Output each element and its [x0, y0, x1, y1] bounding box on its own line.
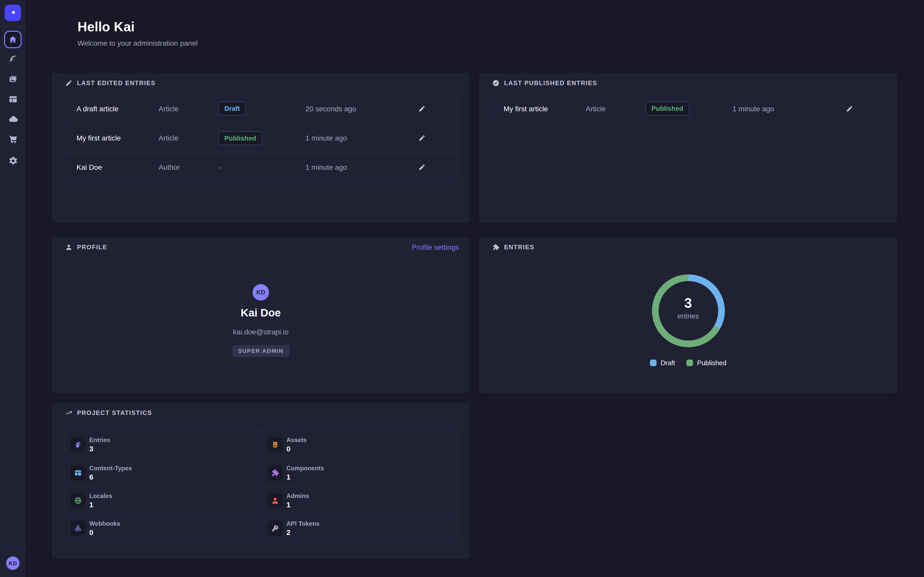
stat-value: 1: [286, 500, 309, 509]
sidebar-divider-bottom: [0, 550, 26, 550]
stat-value: 2: [286, 527, 320, 537]
sidebar-item-deploy[interactable]: [0, 110, 26, 128]
profile-header: PROFILE Profile settings: [65, 243, 459, 252]
donut-center-label: 3 entries: [647, 295, 729, 321]
entries-total-label: entries: [647, 311, 729, 321]
strapi-admin-dashboard: KD Hello Kai Welcome to your administrat…: [0, 0, 924, 577]
pencil-icon: [418, 105, 426, 112]
last-edited-entries-card: LAST EDITED ENTRIES A draft article Arti…: [52, 73, 470, 223]
stat-value: 6: [89, 472, 132, 481]
legend-chip-published: [687, 359, 693, 366]
page-subtitle: Welcome to your administration panel: [78, 38, 198, 48]
profile-email: kai.doe@strapi.io: [52, 328, 470, 336]
person-icon: [271, 496, 279, 504]
legend-label: Draft: [661, 359, 675, 367]
edit-entry-button[interactable]: [415, 131, 429, 145]
table-row[interactable]: My first article Article Published 1 min…: [64, 123, 457, 152]
stat-label: Admins: [286, 492, 309, 500]
globe-icon: [74, 496, 82, 504]
entry-kind: Article: [158, 105, 218, 113]
card-title: LAST PUBLISHED ENTRIES: [504, 79, 597, 87]
entry-kind: Article: [158, 134, 218, 142]
stat-value: 3: [89, 444, 110, 453]
entry-time: 1 minute ago: [733, 105, 827, 113]
stat-assets: Assets 0: [261, 431, 457, 459]
cart-icon: [8, 134, 18, 144]
last-published-table: My first article Article Published 1 min…: [491, 93, 885, 124]
sidebar-item-media-library[interactable]: [0, 70, 26, 88]
stat-value: 1: [286, 472, 324, 481]
entry-time: 1 minute ago: [305, 134, 399, 142]
images-icon: [8, 74, 18, 84]
last-published-entries-header: LAST PUBLISHED ENTRIES: [492, 79, 887, 88]
last-edited-entries-header: LAST EDITED ENTRIES: [65, 79, 459, 88]
table-row[interactable]: A draft article Article Draft 20 seconds…: [64, 94, 457, 123]
entry-kind: Article: [586, 105, 645, 113]
legend-chip-draft: [650, 359, 657, 366]
profile-name: Kai Doe: [52, 307, 470, 319]
last-published-entries-card: LAST PUBLISHED ENTRIES My first article …: [479, 73, 897, 223]
entry-name: My first article: [76, 134, 158, 142]
stat-label: Entries: [89, 436, 110, 444]
stat-icon-tile: [70, 465, 86, 480]
stat-value: 1: [89, 500, 112, 509]
edit-entry-button[interactable]: [843, 102, 856, 115]
sidebar-item-settings[interactable]: [0, 152, 26, 169]
gear-icon: [8, 156, 18, 165]
stat-icon-tile: [267, 520, 283, 536]
stat-api-tokens: API Tokens 2: [261, 514, 457, 542]
stat-icon-tile: [267, 437, 283, 452]
last-edited-table: A draft article Article Draft 20 seconds…: [64, 93, 458, 182]
edit-entry-button[interactable]: [415, 161, 429, 174]
stat-icon-tile: [267, 465, 283, 480]
stat-label: Webhooks: [89, 519, 120, 527]
stat-icon-tile: [267, 493, 283, 508]
sidebar-item-marketplace[interactable]: [0, 130, 26, 148]
pencil-icon: [846, 105, 853, 112]
status-badge: Draft: [218, 102, 246, 115]
stat-label: API Tokens: [286, 519, 320, 527]
key-icon: [271, 524, 279, 532]
sidebar-item-home[interactable]: [4, 31, 21, 48]
project-statistics-header: PROJECT STATISTICS: [65, 408, 459, 417]
feather-icon: [8, 54, 18, 64]
pencil-icon: [65, 79, 73, 87]
stat-icon-tile: [70, 520, 86, 536]
sidebar: KD: [0, 0, 26, 577]
legend-item-published: Published: [687, 359, 726, 367]
stat-icon-tile: [70, 493, 86, 508]
sidebar-item-content-type-builder[interactable]: [0, 90, 26, 108]
edit-entry-button[interactable]: [415, 102, 429, 115]
table-row[interactable]: Kai Doe Author - 1 minute ago: [64, 152, 457, 182]
entry-time: 20 seconds ago: [305, 105, 399, 113]
stat-label: Components: [286, 464, 324, 472]
profile-card: PROFILE Profile settings KD Kai Doe kai.…: [52, 237, 470, 393]
status-badge: Published: [218, 131, 262, 145]
trending-up-icon: [65, 409, 73, 416]
entry-name: Kai Doe: [76, 163, 158, 171]
stat-entries: Entries 3: [64, 431, 261, 459]
stat-content-types: Content-Types 6: [64, 459, 261, 486]
strapi-logo-icon: [8, 8, 18, 18]
puzzle-icon: [271, 469, 279, 477]
pencil-icon: [418, 164, 426, 171]
stat-components: Components 1: [261, 459, 457, 486]
home-icon: [8, 35, 18, 44]
entries-donut-chart: 3 entries: [647, 270, 729, 352]
entry-kind: Author: [158, 163, 218, 171]
entries-total: 3: [647, 295, 729, 311]
project-statistics-card: PROJECT STATISTICS Entries 3: [52, 403, 470, 559]
status-empty: -: [218, 163, 305, 171]
entries-header: ENTRIES: [492, 243, 887, 252]
profile-settings-link[interactable]: Profile settings: [412, 243, 459, 251]
check-circle-icon: [492, 79, 499, 87]
sidebar-user-avatar[interactable]: KD: [6, 556, 19, 570]
card-title: ENTRIES: [504, 243, 535, 251]
table-row[interactable]: My first article Article Published 1 min…: [491, 94, 885, 123]
card-title: PROJECT STATISTICS: [77, 409, 152, 416]
person-icon: [65, 243, 73, 251]
entry-name: A draft article: [76, 105, 158, 113]
strapi-logo[interactable]: [5, 5, 21, 21]
sidebar-item-content-manager[interactable]: [0, 50, 26, 68]
stat-value: 0: [89, 527, 120, 537]
